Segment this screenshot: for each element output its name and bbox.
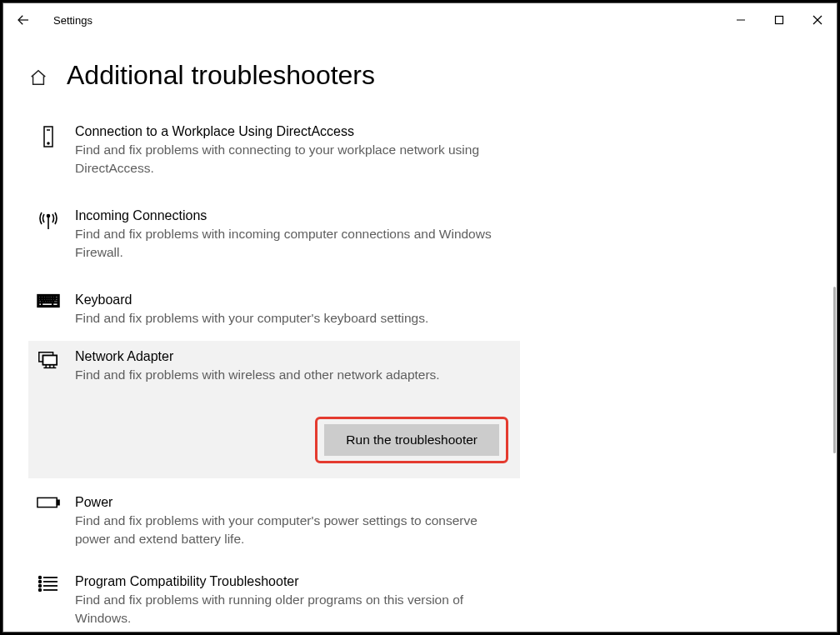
app-title: Settings [43,14,92,27]
ts-desc: Find and fix problems with connecting to… [75,141,512,178]
content-area: Additional troubleshooters Connection to… [3,37,837,632]
ts-desc: Find and fix problems with wireless and … [75,366,512,384]
svg-point-50 [39,584,42,587]
list-icon [37,574,60,628]
ts-title: Network Adapter [75,349,512,364]
close-icon [812,15,822,25]
ts-title: Program Compatibility Troubleshooter [75,574,512,589]
troubleshooter-network-adapter[interactable]: Network Adapter Find and fix problems wi… [28,341,520,478]
maximize-button[interactable] [760,5,798,35]
titlebar: Settings [3,3,837,37]
ts-title: Connection to a Workplace Using DirectAc… [75,124,512,139]
svg-rect-14 [46,296,48,298]
troubleshooter-program-compatibility[interactable]: Program Compatibility Troubleshooter Fin… [28,566,520,632]
svg-rect-27 [39,301,42,302]
tower-icon [37,124,60,178]
settings-window: Settings Additional tr [2,2,838,632]
svg-rect-44 [38,498,57,507]
svg-rect-45 [57,500,59,505]
battery-icon [37,495,60,549]
svg-rect-29 [44,301,46,302]
ts-desc: Find and fix problems with your computer… [75,512,512,549]
svg-rect-32 [52,301,53,302]
svg-rect-33 [54,301,58,302]
svg-rect-11 [39,296,41,298]
window-controls [722,5,837,35]
svg-point-9 [48,214,50,217]
ts-title: Keyboard [75,292,512,308]
svg-rect-16 [51,296,52,298]
troubleshooter-power[interactable]: Power Find and fix problems with your co… [28,487,520,558]
antenna-icon [37,208,60,262]
troubleshooter-list: Connection to a Workplace Using DirectAc… [28,116,520,632]
svg-point-7 [48,142,49,144]
svg-rect-18 [55,296,58,298]
svg-point-48 [39,580,42,582]
ts-desc: Find and fix problems with incoming comp… [75,225,512,262]
troubleshooter-incoming-connections[interactable]: Incoming Connections Find and fix proble… [28,200,520,271]
keyboard-icon [37,292,60,328]
svg-rect-28 [42,301,44,302]
svg-rect-23 [48,298,50,300]
svg-point-52 [39,588,42,591]
ts-desc: Find and fix problems with your computer… [75,309,512,328]
troubleshooter-keyboard[interactable]: Keyboard Find and fix problems with your… [28,284,520,336]
back-arrow-icon [16,12,31,28]
svg-rect-34 [39,303,42,306]
minimize-icon [736,15,746,25]
run-troubleshooter-button[interactable]: Run the troubleshooter [324,424,499,456]
svg-rect-15 [48,296,50,298]
svg-rect-25 [53,298,55,300]
svg-rect-35 [42,303,52,306]
svg-rect-20 [42,298,43,300]
svg-rect-36 [53,303,58,306]
svg-rect-30 [47,301,48,302]
svg-rect-38 [42,356,57,365]
page-title: Additional troubleshooters [67,60,375,91]
page-header: Additional troubleshooters [28,60,812,91]
svg-rect-19 [39,298,41,300]
svg-rect-17 [53,296,55,298]
network-adapter-icon [37,349,60,384]
home-button[interactable] [28,68,48,88]
svg-rect-2 [776,17,783,24]
troubleshooter-directaccess[interactable]: Connection to a Workplace Using DirectAc… [28,116,520,187]
home-icon [29,68,48,87]
ts-title: Power [75,495,512,510]
svg-point-46 [39,576,42,578]
maximize-icon [774,15,784,25]
svg-rect-22 [46,298,48,300]
svg-rect-26 [55,298,58,300]
svg-rect-21 [43,298,45,300]
close-button[interactable] [798,5,837,35]
minimize-button[interactable] [722,5,760,35]
ts-title: Incoming Connections [75,208,512,223]
scrollbar[interactable] [833,287,836,453]
svg-rect-12 [42,296,43,298]
ts-desc: Find and fix problems with running older… [75,591,512,628]
back-button[interactable] [3,3,43,37]
svg-rect-13 [43,296,45,298]
highlight-annotation: Run the troubleshooter [315,417,508,463]
svg-rect-31 [49,301,51,302]
svg-rect-24 [51,298,52,300]
